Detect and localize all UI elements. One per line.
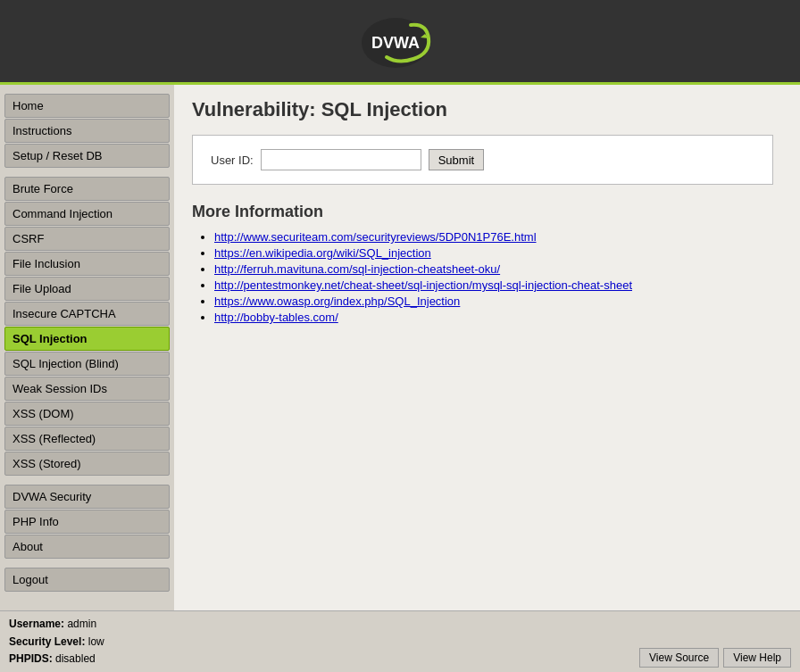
- phpids-value: disabled: [55, 652, 96, 665]
- sidebar-item-xss-stored[interactable]: XSS (Stored): [4, 452, 170, 476]
- sidebar-item-insecure-captcha[interactable]: Insecure CAPTCHA: [4, 302, 170, 326]
- list-item: https://www.owasp.org/index.php/SQL_Inje…: [214, 295, 782, 308]
- sidebar-item-file-inclusion[interactable]: File Inclusion: [4, 252, 170, 276]
- sidebar-item-command-injection[interactable]: Command Injection: [4, 202, 170, 226]
- sidebar-item-xss-reflected[interactable]: XSS (Reflected): [4, 427, 170, 451]
- page-title: Vulnerability: SQL Injection: [192, 98, 782, 121]
- sidebar-item-php-info[interactable]: PHP Info: [4, 510, 170, 534]
- security-label: Security Level:: [9, 635, 85, 648]
- header: DVWA: [0, 0, 800, 85]
- form-box: User ID: Submit: [192, 135, 773, 185]
- list-item: http://pentestmonkey.net/cheat-sheet/sql…: [214, 278, 782, 292]
- sidebar-item-home[interactable]: Home: [4, 94, 170, 118]
- footer-left: Username: admin Security Level: low PHPI…: [9, 616, 104, 668]
- list-item: http://www.securiteam.com/securityreview…: [214, 230, 782, 244]
- username-label: Username:: [9, 618, 64, 630]
- footer: Username: admin Security Level: low PHPI…: [0, 610, 800, 672]
- user-id-label: User ID:: [211, 153, 254, 167]
- sidebar-item-dvwa-security[interactable]: DVWA Security: [4, 485, 170, 509]
- main-wrapper: Home Instructions Setup / Reset DB Brute…: [0, 85, 800, 610]
- sidebar-item-file-upload[interactable]: File Upload: [4, 277, 170, 301]
- footer-phpids: PHPIDS: disabled: [9, 651, 104, 668]
- phpids-label: PHPIDS:: [9, 652, 53, 665]
- sidebar-spacer-3: [4, 560, 170, 567]
- user-id-input[interactable]: [261, 149, 421, 170]
- sidebar-item-about[interactable]: About: [4, 535, 170, 559]
- list-item: https://en.wikipedia.org/wiki/SQL_inject…: [214, 246, 782, 260]
- sidebar-item-xss-dom[interactable]: XSS (DOM): [4, 402, 170, 426]
- main-content: Vulnerability: SQL Injection User ID: Su…: [174, 85, 800, 610]
- sidebar-item-brute-force[interactable]: Brute Force: [4, 177, 170, 201]
- username-value: admin: [67, 618, 96, 630]
- view-source-button[interactable]: View Source: [639, 648, 719, 668]
- sidebar-item-logout[interactable]: Logout: [4, 568, 170, 592]
- info-links-list: http://www.securiteam.com/securityreview…: [192, 230, 782, 324]
- svg-text:DVWA: DVWA: [371, 34, 420, 52]
- list-item: http://ferruh.mavituna.com/sql-injection…: [214, 262, 782, 276]
- sidebar-item-instructions[interactable]: Instructions: [4, 119, 170, 143]
- submit-button[interactable]: Submit: [429, 149, 484, 170]
- sidebar-item-setup-reset-db[interactable]: Setup / Reset DB: [4, 144, 170, 168]
- sidebar-item-csrf[interactable]: CSRF: [4, 227, 170, 251]
- sidebar-spacer-1: [4, 169, 170, 176]
- info-link-4[interactable]: https://www.owasp.org/index.php/SQL_Inje…: [214, 295, 460, 308]
- list-item: http://bobby-tables.com/: [214, 311, 782, 324]
- info-link-3[interactable]: http://pentestmonkey.net/cheat-sheet/sql…: [214, 278, 632, 292]
- form-row: User ID: Submit: [211, 149, 754, 170]
- info-link-0[interactable]: http://www.securiteam.com/securityreview…: [214, 230, 537, 244]
- footer-username: Username: admin: [9, 616, 104, 633]
- more-info-title: More Information: [192, 203, 782, 221]
- sidebar: Home Instructions Setup / Reset DB Brute…: [0, 85, 174, 610]
- footer-security-level: Security Level: low: [9, 634, 104, 651]
- footer-right: View Source View Help: [639, 648, 791, 668]
- security-value: low: [88, 635, 104, 648]
- view-help-button[interactable]: View Help: [723, 648, 791, 668]
- info-link-1[interactable]: https://en.wikipedia.org/wiki/SQL_inject…: [214, 246, 431, 260]
- sidebar-item-sql-injection[interactable]: SQL Injection: [4, 327, 170, 351]
- info-link-2[interactable]: http://ferruh.mavituna.com/sql-injection…: [214, 262, 500, 276]
- sidebar-item-weak-session-ids[interactable]: Weak Session IDs: [4, 377, 170, 401]
- sidebar-item-sql-injection-blind[interactable]: SQL Injection (Blind): [4, 352, 170, 376]
- info-link-5[interactable]: http://bobby-tables.com/: [214, 311, 338, 324]
- logo-container: DVWA: [0, 9, 800, 77]
- sidebar-spacer-2: [4, 477, 170, 484]
- dvwa-logo: DVWA: [346, 16, 454, 70]
